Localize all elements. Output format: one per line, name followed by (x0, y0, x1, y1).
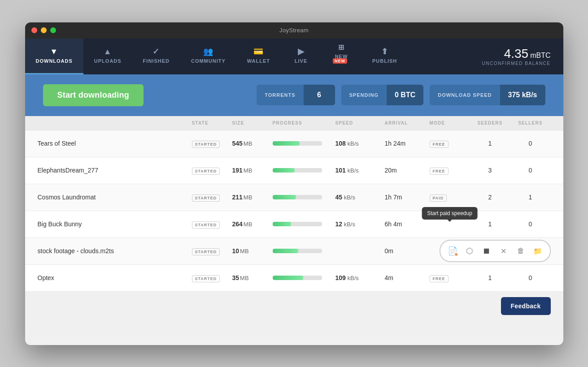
community-icon: 👥 (203, 47, 213, 56)
seeders-value: 1 (470, 220, 510, 228)
speedup-button[interactable]: ⬡ (462, 243, 477, 259)
balance-unit: mBTC (530, 52, 550, 59)
size-val: 264 (232, 220, 243, 228)
balance-number: 4.35 (504, 47, 529, 60)
nav-item-wallet[interactable]: 💳 Wallet (236, 39, 281, 74)
seeders-value: 1 (470, 274, 510, 281)
nav-item-downloads[interactable]: ▼ Downloads (25, 39, 83, 74)
state-badge: STARTED (192, 141, 220, 148)
table-header: STATE SIZE PROGRESS SPEED ARRIVAL MODE S… (25, 116, 563, 130)
progress-bar-fill (273, 276, 303, 280)
speed-cell: 109 kB/s (335, 274, 385, 282)
state-cell: STARTED (192, 139, 232, 148)
state-badge: STARTED (192, 221, 220, 229)
minimize-button[interactable] (41, 27, 47, 33)
nav-item-live[interactable]: ▶ Live (281, 39, 321, 74)
info-button[interactable]: 📄 i (445, 243, 460, 259)
size-cell: 10MB (232, 247, 273, 255)
row-name: Tears of Steel (38, 140, 192, 147)
row-name: Cosmos Laundromat (38, 194, 192, 201)
row-name: Optex (38, 274, 192, 281)
size-val: 10 (232, 247, 240, 255)
state-cell: STARTED (192, 220, 232, 229)
progress-bar-fill (273, 249, 298, 253)
table-row: Big Buck Bunny STARTED 264MB 12 kB/s 6h … (25, 211, 563, 238)
size-val: 191 (232, 167, 243, 174)
progress-bar-bg (273, 168, 322, 173)
nav-item-uploads[interactable]: ▲ Uploads (83, 39, 132, 74)
maximize-button[interactable] (50, 27, 56, 33)
nav-item-publish[interactable]: ⬆ Publish (362, 39, 408, 74)
arrival-cell: 0m (385, 247, 430, 255)
state-badge: STARTED (192, 275, 220, 282)
progress-bar-bg (273, 276, 322, 280)
col-arrival: ARRIVAL (385, 121, 430, 125)
progress-bar-bg (273, 195, 322, 199)
torrents-label: TORRENTS (257, 86, 303, 104)
speed-cell: 12 kB/s (335, 220, 385, 228)
state-badge: STARTED (192, 194, 220, 202)
mode-cell: PAID (430, 193, 470, 202)
navigation: ▼ Downloads ▲ Uploads ✓ Finished 👥 Commu… (25, 39, 563, 74)
mode-badge: PAID (430, 194, 447, 202)
speed-value: 101 (335, 167, 346, 174)
nav-item-finished[interactable]: ✓ Finished (132, 39, 180, 74)
spending-value: 0 BTC (387, 85, 423, 105)
sellers-value: 0 (510, 274, 551, 281)
finished-icon: ✓ (152, 47, 160, 56)
col-mode: MODE (430, 121, 470, 125)
sellers-value: 0 (510, 220, 551, 228)
arrival-cell: 1h 24m (385, 140, 430, 147)
row-name: Big Buck Bunny (38, 220, 192, 228)
close-button[interactable] (31, 27, 37, 33)
live-icon: ▶ (298, 47, 305, 56)
seeders-value: 3 (470, 167, 510, 174)
state-badge: STARTED (192, 248, 220, 255)
mode-cell: FREE (430, 166, 470, 175)
stats-bar: Start downloading TORRENTS 6 SPENDING 0 … (25, 74, 563, 116)
spending-label: SPENDING (341, 86, 387, 104)
nav-label-downloads: Downloads (36, 58, 73, 64)
stop-button[interactable]: ⏹ (479, 243, 494, 259)
table-row: Optex STARTED 35MB 109 kB/s 4m FREE 1 0 (25, 265, 563, 292)
new-badge: NEW (333, 58, 347, 64)
content-area: STATE SIZE PROGRESS SPEED ARRIVAL MODE S… (25, 116, 563, 328)
speed-value: 109 (335, 274, 346, 281)
progress-cell (273, 249, 335, 253)
col-name (38, 121, 192, 125)
nav-item-community[interactable]: 👥 Community (180, 39, 236, 74)
table-row: stock footage - clouds.m2ts STARTED 10MB… (25, 238, 563, 265)
delete-button[interactable]: 🗑 (513, 243, 528, 259)
notification-dot: i (454, 252, 458, 257)
start-downloading-button[interactable]: Start downloading (43, 84, 144, 106)
arrival-cell: 4m (385, 274, 430, 281)
speed-cell: 45 kB/s (335, 193, 385, 201)
window-controls (31, 27, 56, 33)
folder-button[interactable]: 📁 (530, 243, 545, 259)
balance-display: 4.35mBTC UNCONFIRMED BALANCE (470, 39, 563, 74)
col-size: SIZE (232, 121, 273, 125)
arrival-cell: 20m (385, 167, 430, 174)
col-sellers: SELLERS (510, 121, 551, 125)
sellers-value: 1 (510, 194, 551, 201)
state-badge: STARTED (192, 168, 220, 175)
nav-item-new[interactable]: ⊞ New NEW (321, 39, 362, 74)
mode-badge: FREE (430, 168, 449, 175)
progress-cell (273, 168, 335, 173)
speed-value: 12 (335, 220, 343, 228)
titlebar: JoyStream (25, 22, 563, 39)
seeders-value: 2 (470, 194, 510, 201)
feedback-button[interactable]: Feedback (501, 297, 551, 315)
balance-label: UNCONFIRMED BALANCE (482, 61, 551, 66)
nav-label-community: Community (191, 58, 226, 64)
app-title: JoyStream (279, 27, 309, 34)
state-cell: STARTED (192, 166, 232, 175)
speed-value: 108 (335, 140, 346, 147)
speed-value: 375 kB/s (500, 85, 545, 105)
size-val: 545 (232, 140, 243, 147)
progress-bar-bg (273, 141, 322, 146)
remove-button[interactable]: ✕ (496, 243, 511, 259)
col-state: STATE (192, 121, 232, 125)
row-name: ElephantsDream_277 (38, 167, 192, 174)
mode-badge: FREE (430, 275, 449, 282)
